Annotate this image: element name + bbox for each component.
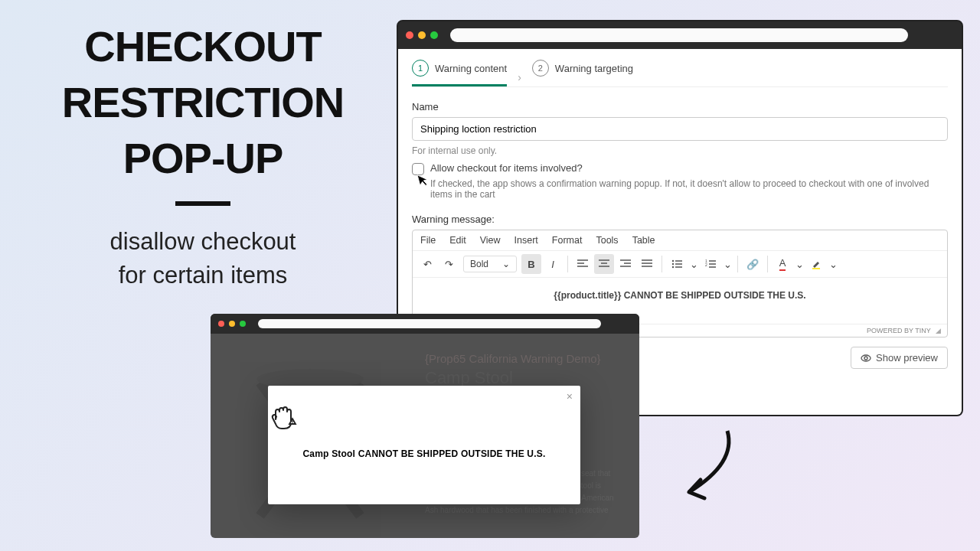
align-left-icon [577, 259, 588, 269]
allow-checkbox-label: Allow checkout for items involved? [430, 162, 583, 174]
maximize-dot[interactable] [430, 31, 438, 39]
italic-button[interactable]: I [543, 254, 563, 274]
redo-button[interactable]: ↷ [439, 254, 459, 274]
maximize-dot[interactable] [240, 321, 246, 327]
menu-insert[interactable]: Insert [514, 235, 538, 246]
hero-title-line: CHECKOUT [15, 19, 390, 75]
svg-point-1 [672, 263, 674, 265]
hero-subtitle: disallow checkout for certain items [15, 225, 390, 292]
product-header: {Prop65 California Warning Demo} Camp St… [425, 352, 601, 388]
text-color-button[interactable]: A [773, 254, 792, 274]
popup-message: Camp Stool CANNOT BE SHIPPED OUTSIDE THE… [268, 448, 580, 459]
svg-rect-5 [812, 268, 820, 269]
editor-toolbar: ↶ ↷ Bold⌄ B I [413, 251, 947, 278]
step-label: Warning targeting [555, 63, 633, 74]
close-dot[interactable] [218, 321, 224, 327]
step-number: 1 [412, 60, 429, 77]
editor-menubar: File Edit View Insert Format Tools Table [413, 230, 947, 251]
name-label: Name [412, 101, 948, 112]
close-dot[interactable] [406, 31, 413, 39]
warning-popup: × Camp Stool CANNOT BE SHIPPED OUTSIDE T… [268, 386, 580, 504]
hero-title-line: RESTRICTION [15, 75, 390, 131]
font-select-value: Bold [470, 259, 488, 269]
minimize-dot[interactable] [418, 31, 426, 39]
menu-view[interactable]: View [480, 235, 501, 246]
numbered-list-button[interactable]: 12 [701, 254, 720, 274]
tiny-attribution: POWERED BY TINY [867, 327, 931, 334]
bullet-list-button[interactable] [667, 254, 687, 274]
numbered-list-icon: 12 [705, 259, 716, 269]
hero-title-line: POP-UP [15, 131, 390, 187]
align-center-icon [599, 259, 609, 269]
link-button[interactable]: 🔗 [743, 254, 763, 274]
hero-section: CHECKOUT RESTRICTION POP-UP disallow che… [15, 19, 390, 292]
toolbar-divider [737, 256, 738, 272]
toolbar-divider [662, 256, 662, 272]
hero-sub-line: disallow checkout [15, 225, 390, 258]
svg-point-6 [861, 355, 871, 361]
align-justify-button[interactable] [637, 254, 657, 274]
name-input[interactable] [412, 117, 948, 141]
bullet-list-icon [671, 259, 682, 269]
storefront-window: {Prop65 California Warning Demo} Camp St… [211, 314, 639, 538]
step-number: 2 [532, 60, 549, 77]
align-justify-icon [642, 259, 652, 269]
resize-handle-icon[interactable]: ◢ [936, 327, 941, 334]
svg-text:2: 2 [705, 262, 707, 267]
toolbar-divider [567, 256, 568, 272]
chevron-down-icon: ⌄ [502, 259, 510, 269]
warning-message-label: Warning message: [412, 214, 948, 225]
collection-name: {Prop65 California Warning Demo} [425, 352, 601, 365]
menu-edit[interactable]: Edit [449, 235, 466, 246]
close-button[interactable]: × [567, 390, 573, 403]
highlight-more[interactable]: ⌄ [828, 254, 838, 274]
step-label: Warning content [435, 63, 507, 74]
svg-point-2 [672, 266, 674, 268]
chevron-right-icon: › [518, 71, 521, 83]
menu-file[interactable]: File [420, 235, 436, 246]
font-style-select[interactable]: Bold⌄ [463, 256, 517, 272]
curved-arrow-icon [674, 425, 743, 509]
hero-sub-line: for certain items [15, 259, 390, 292]
menu-table[interactable]: Table [632, 235, 655, 246]
step-tabs: 1 Warning content › 2 Warning targeting [412, 60, 948, 87]
align-center-button[interactable] [594, 254, 614, 274]
name-helper: For internal use only. [412, 145, 948, 156]
svg-point-0 [672, 260, 674, 262]
allow-checkbox[interactable] [412, 163, 424, 175]
warning-hand-icon [268, 403, 580, 435]
hero-title: CHECKOUT RESTRICTION POP-UP [15, 19, 390, 186]
step-warning-content[interactable]: 1 Warning content [412, 60, 507, 86]
bold-button[interactable]: B [521, 254, 541, 274]
align-right-button[interactable] [616, 254, 635, 274]
svg-point-7 [864, 357, 867, 360]
undo-button[interactable]: ↶ [417, 254, 437, 274]
step-warning-targeting[interactable]: 2 Warning targeting [532, 60, 633, 86]
url-bar[interactable] [450, 28, 908, 42]
window-titlebar [211, 314, 639, 334]
highlight-icon [811, 259, 822, 269]
window-titlebar [398, 21, 962, 49]
store-body: {Prop65 California Warning Demo} Camp St… [211, 334, 639, 538]
menu-tools[interactable]: Tools [596, 235, 618, 246]
eye-icon [861, 353, 871, 364]
menu-format[interactable]: Format [552, 235, 583, 246]
highlight-button[interactable] [806, 254, 826, 274]
align-right-icon [620, 259, 631, 269]
numbered-list-more[interactable]: ⌄ [722, 254, 733, 274]
allow-checkbox-description: If checked, the app shows a confirmation… [430, 178, 948, 200]
url-bar[interactable] [258, 319, 601, 328]
toolbar-divider [767, 256, 768, 272]
divider [175, 201, 230, 206]
align-left-button[interactable] [573, 254, 593, 274]
preview-button-label: Show preview [876, 352, 938, 364]
bullet-list-more[interactable]: ⌄ [688, 254, 699, 274]
minimize-dot[interactable] [229, 321, 235, 327]
show-preview-button[interactable]: Show preview [851, 347, 948, 369]
svg-point-10 [292, 422, 293, 424]
text-color-more[interactable]: ⌄ [794, 254, 805, 274]
allow-checkbox-row: Allow checkout for items involved? [412, 162, 948, 175]
